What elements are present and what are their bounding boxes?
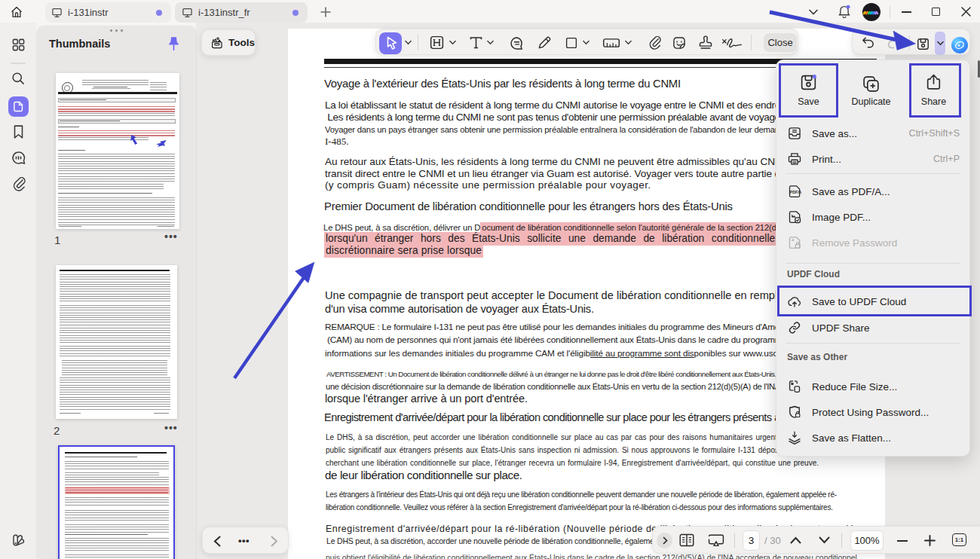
svg-text:PDF/A: PDF/A [790, 190, 802, 194]
